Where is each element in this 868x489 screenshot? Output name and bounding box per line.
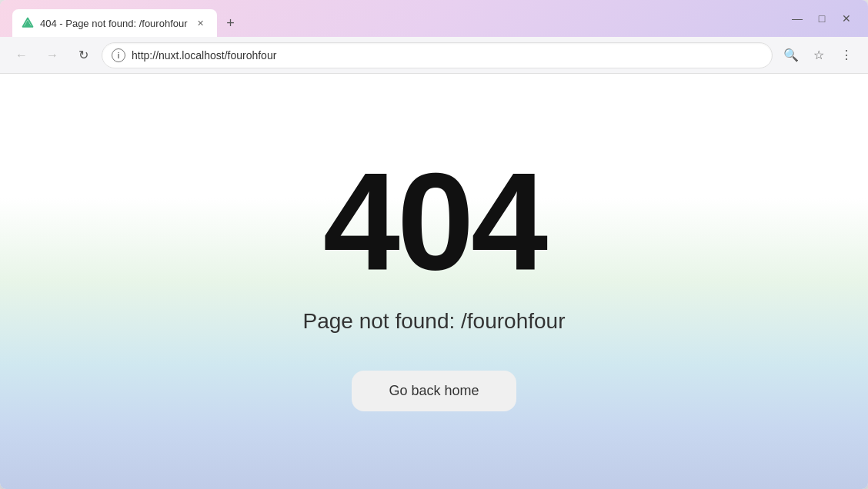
search-button[interactable]: 🔍: [779, 43, 803, 68]
tab-close-button[interactable]: ✕: [194, 16, 208, 30]
reload-button[interactable]: ↻: [71, 43, 95, 68]
window-controls: — □ ✕: [788, 9, 856, 28]
info-icon: i: [112, 48, 125, 62]
menu-button[interactable]: ⋮: [834, 43, 859, 68]
title-bar: 404 - Page not found: /fourohfour ✕ + — …: [0, 0, 868, 37]
forward-button[interactable]: →: [40, 43, 65, 68]
page-content: 404 Page not found: /fourohfour Go back …: [0, 74, 868, 489]
browser-window: 404 - Page not found: /fourohfour ✕ + — …: [0, 0, 868, 489]
browser-tab[interactable]: 404 - Page not found: /fourohfour ✕: [12, 9, 217, 37]
url-text: http://nuxt.localhost/fourohfour: [132, 49, 763, 62]
tab-bar: 404 - Page not found: /fourohfour ✕ +: [9, 0, 242, 37]
nav-bar: ← → ↻ i http://nuxt.localhost/fourohfour…: [0, 37, 868, 74]
address-bar[interactable]: i http://nuxt.localhost/fourohfour: [102, 42, 773, 68]
new-tab-button[interactable]: +: [220, 12, 242, 34]
minimize-button[interactable]: —: [788, 9, 806, 28]
tab-title: 404 - Page not found: /fourohfour: [40, 18, 188, 29]
error-message: Page not found: /fourohfour: [303, 309, 566, 334]
close-button[interactable]: ✕: [837, 9, 856, 28]
tab-favicon: [22, 17, 34, 29]
bookmark-button[interactable]: ☆: [806, 43, 831, 68]
go-home-button[interactable]: Go back home: [352, 371, 516, 411]
error-code: 404: [323, 152, 545, 291]
maximize-button[interactable]: □: [813, 9, 831, 28]
back-button[interactable]: ←: [9, 43, 34, 68]
nav-actions: 🔍 ☆ ⋮: [779, 43, 859, 68]
